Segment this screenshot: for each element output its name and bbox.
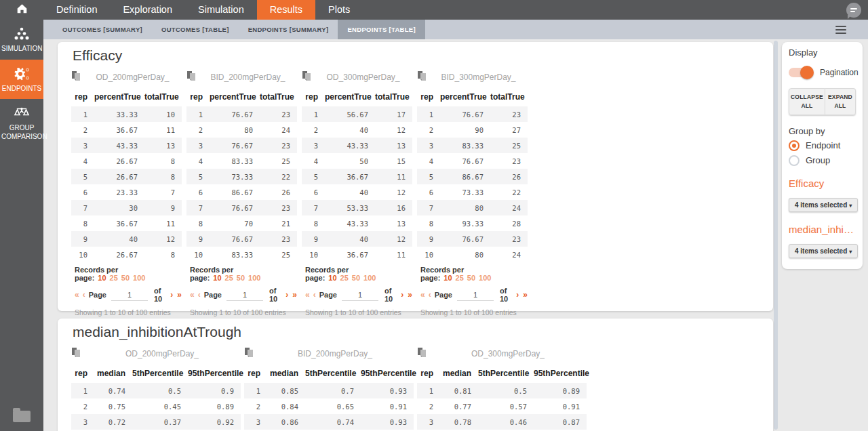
copy-table-icon[interactable] [302,70,314,84]
column-header: median [440,369,478,383]
table-cell: 0.85 [267,383,305,398]
records-per-page-option[interactable]: 10 [213,274,221,282]
records-per-page-option[interactable]: 50 [121,274,130,282]
table-row: 383.3325 [417,138,528,153]
copy-table-icon[interactable] [417,70,429,84]
sidebar-item-simulation[interactable]: SIMULATION [0,20,43,60]
prev-page-icon[interactable]: ‹ [429,290,431,300]
table-cell: 7 [144,184,182,200]
table-card-header: OD_200mgPerDay_ [71,70,182,84]
column-header: 5thPercentile [478,369,534,383]
records-per-page-option[interactable]: 100 [133,274,145,282]
efficacy-items-dropdown[interactable]: 4 items selected▾ [789,198,858,212]
sidebar-item-endpoints[interactable]: ENDPOINTS [0,60,43,100]
column-header: rep [71,92,94,106]
nav-item-plots[interactable]: Plots [315,0,363,20]
records-per-page-option[interactable]: 50 [467,274,475,282]
radio-unselected-icon [789,155,800,166]
header-row: reppercentTruetotalTrue [71,92,182,106]
records-per-page-option[interactable]: 100 [363,274,376,282]
prev-page-icon[interactable]: ‹ [313,290,316,300]
showing-entries-label: Showing 1 to 10 of 100 entries [190,308,297,316]
table-cell: 40 [325,122,375,138]
pagination-toggle-label: Pagination [820,68,859,77]
records-per-page-option[interactable]: 10 [443,274,452,282]
expand-all-button[interactable]: EXPAND ALL [825,88,856,115]
endpoint-filter-name-median-inhibition[interactable]: median_inhibiti... [789,224,856,235]
pagination-toggle[interactable] [789,68,812,77]
records-per-page-option[interactable]: 25 [340,274,349,282]
nav-item-definition[interactable]: Definition [43,0,110,20]
group-by-option-group[interactable]: Group [789,155,856,166]
first-page-icon[interactable]: « [420,290,425,300]
next-page-icon[interactable]: › [170,290,173,300]
table-cell: 0.84 [267,398,305,414]
endpoint-filter-name-efficacy[interactable]: Efficacy [789,178,856,189]
next-page-icon[interactable]: › [401,290,403,300]
table-cell: 7 [186,200,210,216]
table-cell: 0.5 [132,383,188,398]
copy-table-icon[interactable] [417,347,429,361]
table-row: 30.720.370.92 [71,414,241,430]
tab-outcomes-table[interactable]: OUTCOMES [TABLE] [152,20,239,39]
feedback-button[interactable] [846,0,868,20]
records-per-page-option[interactable]: 25 [225,274,233,282]
copy-table-icon[interactable] [186,70,199,84]
last-page-icon[interactable]: » [523,290,528,300]
table-card-header: BID_200mgPerDay_ [186,70,297,84]
first-page-icon[interactable]: « [75,290,79,300]
nav-item-exploration[interactable]: Exploration [110,0,185,20]
copy-table-icon[interactable] [71,70,83,84]
median-inhibition-items-dropdown[interactable]: 4 items selected▾ [789,244,858,258]
records-per-page-option[interactable]: 25 [110,274,118,282]
page-input[interactable] [111,289,148,301]
table-card-header: OD_200mgPerDay_ [71,347,241,361]
table-cell: 0.92 [188,414,241,430]
records-per-page-option[interactable]: 100 [248,274,260,282]
pagination-controls: Records per page:102550100«‹Pageof 10›»S… [75,266,182,316]
table-row: 536.6711 [302,169,412,184]
next-page-icon[interactable]: › [285,290,288,300]
records-per-page-option[interactable]: 100 [479,274,491,282]
copy-table-icon[interactable] [244,347,256,361]
home-button[interactable] [0,0,43,20]
records-per-page-option[interactable]: 25 [456,274,464,282]
vertical-scrollbar[interactable] [774,41,778,430]
header-row: repmedian5thPercentile95thPercentile [71,369,241,383]
last-page-icon[interactable]: » [292,290,297,300]
tab-outcomes-summary[interactable]: OUTCOMES [SUMMARY] [53,20,152,39]
table-cell: 6 [186,184,210,200]
toggle-knob [800,66,814,79]
page-input[interactable] [226,289,263,301]
column-header: 95thPercentile [361,369,414,383]
prev-page-icon[interactable]: ‹ [83,290,85,300]
first-page-icon[interactable]: « [305,290,310,300]
copy-table-icon[interactable] [71,347,83,361]
records-per-page-option[interactable]: 50 [352,274,360,282]
records-per-page-option[interactable]: 50 [237,274,245,282]
tab-endpoints-summary[interactable]: ENDPOINTS [SUMMARY] [239,20,338,39]
tab-endpoints-table[interactable]: ENDPOINTS [TABLE] [338,20,425,39]
page-input[interactable] [457,289,494,301]
table-cell: 13 [375,216,412,231]
last-page-icon[interactable]: » [408,290,412,300]
records-per-page-option[interactable]: 10 [328,274,336,282]
page-input[interactable] [342,289,378,301]
nav-item-results[interactable]: Results [257,0,315,20]
table-cell: 0.89 [188,398,241,414]
group-by-option-endpoint[interactable]: Endpoint [789,140,856,151]
prev-page-icon[interactable]: ‹ [198,290,201,300]
table-row: 476.6723 [417,153,528,169]
last-page-icon[interactable]: » [177,290,182,300]
records-per-page-option[interactable]: 10 [98,274,106,282]
menu-icon[interactable] [835,26,846,36]
page-label: Page [204,291,222,299]
data-table: reppercentTruetotalTrue133.3310236.67113… [71,92,182,262]
column-header: rep [417,92,440,106]
project-folder-button[interactable] [0,411,43,425]
first-page-icon[interactable]: « [190,290,195,300]
nav-item-simulation[interactable]: Simulation [185,0,257,20]
sidebar-item-group-comparison[interactable]: GROUP COMPARISON [0,99,43,147]
collapse-all-button[interactable]: COLLAPSE ALL [789,88,825,115]
next-page-icon[interactable]: › [516,290,519,300]
